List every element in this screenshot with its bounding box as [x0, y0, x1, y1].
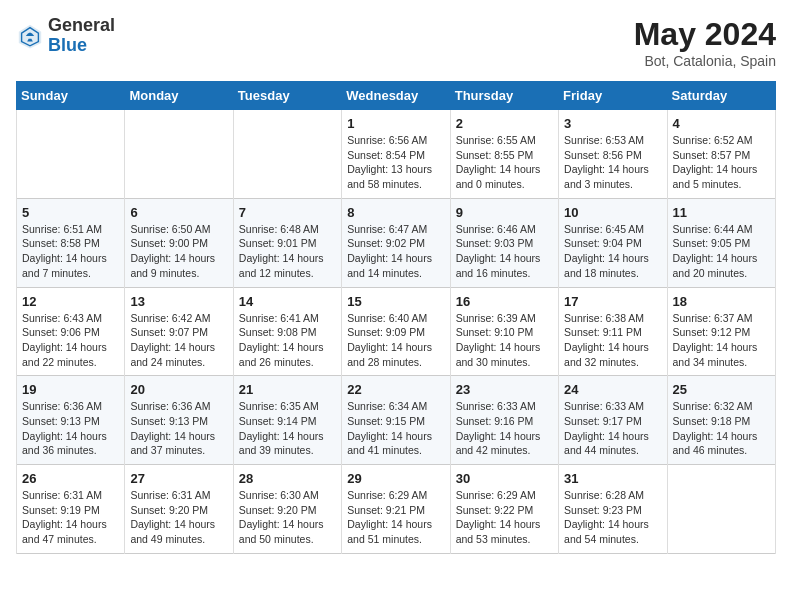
day-number: 30 [456, 471, 553, 486]
day-info: Sunrise: 6:46 AM Sunset: 9:03 PM Dayligh… [456, 222, 553, 281]
day-info: Sunrise: 6:32 AM Sunset: 9:18 PM Dayligh… [673, 399, 770, 458]
day-number: 5 [22, 205, 119, 220]
calendar-cell: 29Sunrise: 6:29 AM Sunset: 9:21 PM Dayli… [342, 465, 450, 554]
day-number: 27 [130, 471, 227, 486]
day-number: 25 [673, 382, 770, 397]
day-info: Sunrise: 6:41 AM Sunset: 9:08 PM Dayligh… [239, 311, 336, 370]
day-info: Sunrise: 6:53 AM Sunset: 8:56 PM Dayligh… [564, 133, 661, 192]
calendar-cell: 13Sunrise: 6:42 AM Sunset: 9:07 PM Dayli… [125, 287, 233, 376]
calendar-location: Bot, Catalonia, Spain [634, 53, 776, 69]
day-info: Sunrise: 6:31 AM Sunset: 9:19 PM Dayligh… [22, 488, 119, 547]
day-info: Sunrise: 6:37 AM Sunset: 9:12 PM Dayligh… [673, 311, 770, 370]
day-number: 21 [239, 382, 336, 397]
day-number: 31 [564, 471, 661, 486]
day-info: Sunrise: 6:47 AM Sunset: 9:02 PM Dayligh… [347, 222, 444, 281]
day-info: Sunrise: 6:36 AM Sunset: 9:13 PM Dayligh… [130, 399, 227, 458]
day-info: Sunrise: 6:40 AM Sunset: 9:09 PM Dayligh… [347, 311, 444, 370]
calendar-cell: 27Sunrise: 6:31 AM Sunset: 9:20 PM Dayli… [125, 465, 233, 554]
day-info: Sunrise: 6:43 AM Sunset: 9:06 PM Dayligh… [22, 311, 119, 370]
calendar-cell: 18Sunrise: 6:37 AM Sunset: 9:12 PM Dayli… [667, 287, 775, 376]
day-number: 4 [673, 116, 770, 131]
day-number: 22 [347, 382, 444, 397]
day-number: 8 [347, 205, 444, 220]
day-number: 9 [456, 205, 553, 220]
day-info: Sunrise: 6:42 AM Sunset: 9:07 PM Dayligh… [130, 311, 227, 370]
header-day: Saturday [667, 82, 775, 110]
header-day: Monday [125, 82, 233, 110]
calendar-cell: 9Sunrise: 6:46 AM Sunset: 9:03 PM Daylig… [450, 198, 558, 287]
calendar-cell: 6Sunrise: 6:50 AM Sunset: 9:00 PM Daylig… [125, 198, 233, 287]
day-number: 6 [130, 205, 227, 220]
calendar-week-row: 12Sunrise: 6:43 AM Sunset: 9:06 PM Dayli… [17, 287, 776, 376]
day-info: Sunrise: 6:56 AM Sunset: 8:54 PM Dayligh… [347, 133, 444, 192]
day-info: Sunrise: 6:51 AM Sunset: 8:58 PM Dayligh… [22, 222, 119, 281]
day-info: Sunrise: 6:33 AM Sunset: 9:17 PM Dayligh… [564, 399, 661, 458]
day-number: 29 [347, 471, 444, 486]
calendar-cell: 31Sunrise: 6:28 AM Sunset: 9:23 PM Dayli… [559, 465, 667, 554]
day-number: 13 [130, 294, 227, 309]
calendar-week-row: 5Sunrise: 6:51 AM Sunset: 8:58 PM Daylig… [17, 198, 776, 287]
calendar-cell: 15Sunrise: 6:40 AM Sunset: 9:09 PM Dayli… [342, 287, 450, 376]
day-info: Sunrise: 6:55 AM Sunset: 8:55 PM Dayligh… [456, 133, 553, 192]
calendar-cell [17, 110, 125, 199]
day-info: Sunrise: 6:34 AM Sunset: 9:15 PM Dayligh… [347, 399, 444, 458]
day-number: 28 [239, 471, 336, 486]
day-number: 19 [22, 382, 119, 397]
calendar-cell: 21Sunrise: 6:35 AM Sunset: 9:14 PM Dayli… [233, 376, 341, 465]
day-info: Sunrise: 6:28 AM Sunset: 9:23 PM Dayligh… [564, 488, 661, 547]
calendar-cell: 1Sunrise: 6:56 AM Sunset: 8:54 PM Daylig… [342, 110, 450, 199]
day-number: 20 [130, 382, 227, 397]
day-info: Sunrise: 6:31 AM Sunset: 9:20 PM Dayligh… [130, 488, 227, 547]
calendar-cell: 25Sunrise: 6:32 AM Sunset: 9:18 PM Dayli… [667, 376, 775, 465]
header-day: Tuesday [233, 82, 341, 110]
day-info: Sunrise: 6:35 AM Sunset: 9:14 PM Dayligh… [239, 399, 336, 458]
header-day: Thursday [450, 82, 558, 110]
calendar-week-row: 1Sunrise: 6:56 AM Sunset: 8:54 PM Daylig… [17, 110, 776, 199]
calendar-header: SundayMondayTuesdayWednesdayThursdayFrid… [17, 82, 776, 110]
day-info: Sunrise: 6:29 AM Sunset: 9:22 PM Dayligh… [456, 488, 553, 547]
header-row: SundayMondayTuesdayWednesdayThursdayFrid… [17, 82, 776, 110]
calendar-cell: 11Sunrise: 6:44 AM Sunset: 9:05 PM Dayli… [667, 198, 775, 287]
calendar-cell: 14Sunrise: 6:41 AM Sunset: 9:08 PM Dayli… [233, 287, 341, 376]
day-info: Sunrise: 6:44 AM Sunset: 9:05 PM Dayligh… [673, 222, 770, 281]
day-number: 11 [673, 205, 770, 220]
calendar-week-row: 19Sunrise: 6:36 AM Sunset: 9:13 PM Dayli… [17, 376, 776, 465]
header-day: Wednesday [342, 82, 450, 110]
day-number: 24 [564, 382, 661, 397]
logo: General Blue [16, 16, 115, 56]
logo-text: General Blue [48, 16, 115, 56]
calendar-cell: 28Sunrise: 6:30 AM Sunset: 9:20 PM Dayli… [233, 465, 341, 554]
day-info: Sunrise: 6:50 AM Sunset: 9:00 PM Dayligh… [130, 222, 227, 281]
day-number: 12 [22, 294, 119, 309]
calendar-cell: 7Sunrise: 6:48 AM Sunset: 9:01 PM Daylig… [233, 198, 341, 287]
calendar-cell [667, 465, 775, 554]
calendar-cell: 23Sunrise: 6:33 AM Sunset: 9:16 PM Dayli… [450, 376, 558, 465]
calendar-cell: 2Sunrise: 6:55 AM Sunset: 8:55 PM Daylig… [450, 110, 558, 199]
calendar-cell [125, 110, 233, 199]
calendar-body: 1Sunrise: 6:56 AM Sunset: 8:54 PM Daylig… [17, 110, 776, 554]
day-number: 17 [564, 294, 661, 309]
day-number: 1 [347, 116, 444, 131]
calendar-cell [233, 110, 341, 199]
day-info: Sunrise: 6:38 AM Sunset: 9:11 PM Dayligh… [564, 311, 661, 370]
calendar-cell: 10Sunrise: 6:45 AM Sunset: 9:04 PM Dayli… [559, 198, 667, 287]
day-number: 10 [564, 205, 661, 220]
calendar-cell: 12Sunrise: 6:43 AM Sunset: 9:06 PM Dayli… [17, 287, 125, 376]
day-number: 18 [673, 294, 770, 309]
day-info: Sunrise: 6:36 AM Sunset: 9:13 PM Dayligh… [22, 399, 119, 458]
calendar-table: SundayMondayTuesdayWednesdayThursdayFrid… [16, 81, 776, 554]
calendar-cell: 24Sunrise: 6:33 AM Sunset: 9:17 PM Dayli… [559, 376, 667, 465]
calendar-cell: 20Sunrise: 6:36 AM Sunset: 9:13 PM Dayli… [125, 376, 233, 465]
day-number: 26 [22, 471, 119, 486]
title-block: May 2024 Bot, Catalonia, Spain [634, 16, 776, 69]
calendar-cell: 4Sunrise: 6:52 AM Sunset: 8:57 PM Daylig… [667, 110, 775, 199]
page-header: General Blue May 2024 Bot, Catalonia, Sp… [16, 16, 776, 69]
calendar-week-row: 26Sunrise: 6:31 AM Sunset: 9:19 PM Dayli… [17, 465, 776, 554]
day-number: 7 [239, 205, 336, 220]
logo-blue-text: Blue [48, 36, 115, 56]
calendar-cell: 30Sunrise: 6:29 AM Sunset: 9:22 PM Dayli… [450, 465, 558, 554]
day-info: Sunrise: 6:33 AM Sunset: 9:16 PM Dayligh… [456, 399, 553, 458]
calendar-cell: 26Sunrise: 6:31 AM Sunset: 9:19 PM Dayli… [17, 465, 125, 554]
logo-general-text: General [48, 16, 115, 36]
calendar-cell: 19Sunrise: 6:36 AM Sunset: 9:13 PM Dayli… [17, 376, 125, 465]
